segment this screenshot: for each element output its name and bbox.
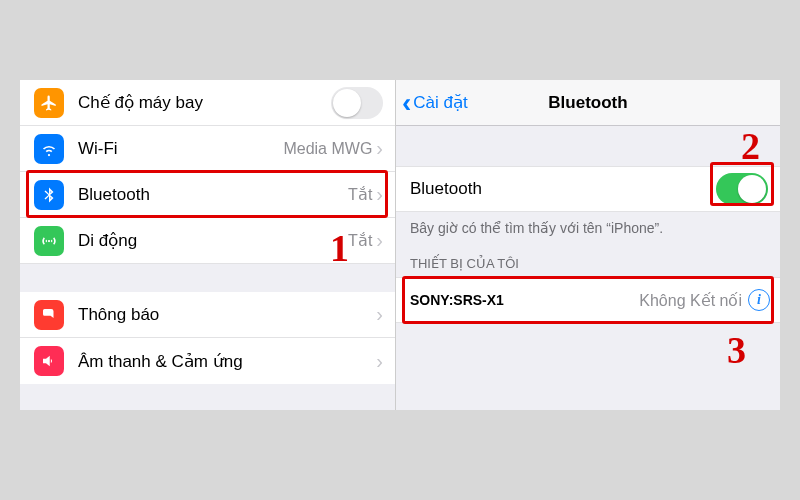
chevron-right-icon: ›: [376, 303, 383, 326]
notifications-icon: [34, 300, 64, 330]
tutorial-composite: Chế độ máy bay Wi-Fi Media MWG › Bluetoo…: [20, 80, 780, 410]
row-bluetooth[interactable]: Bluetooth Tắt ›: [20, 172, 395, 218]
row-label: Chế độ máy bay: [78, 92, 331, 113]
settings-group-connectivity: Chế độ máy bay Wi-Fi Media MWG › Bluetoo…: [20, 80, 395, 264]
info-icon[interactable]: i: [748, 289, 770, 311]
row-notifications[interactable]: Thông báo ›: [20, 292, 395, 338]
bluetooth-detail-pane: ‹ Cài đặt Bluetooth Bluetooth Bây giờ có…: [396, 80, 780, 410]
row-label: Âm thanh & Cảm ứng: [78, 351, 376, 372]
wifi-icon: [34, 134, 64, 164]
row-bluetooth-master-toggle[interactable]: Bluetooth: [396, 166, 780, 212]
row-detail: Tắt: [348, 231, 372, 250]
cellular-icon: [34, 226, 64, 256]
settings-list-pane: Chế độ máy bay Wi-Fi Media MWG › Bluetoo…: [20, 80, 396, 410]
navbar: ‹ Cài đặt Bluetooth: [396, 80, 780, 126]
row-label: Di động: [78, 230, 348, 251]
device-row[interactable]: SONY:SRS-X1 Không Kết nối i: [396, 277, 780, 323]
bluetooth-body: Bluetooth Bây giờ có thể tìm thấy với tê…: [396, 126, 780, 323]
row-sounds[interactable]: Âm thanh & Cảm ứng ›: [20, 338, 395, 384]
row-label: Wi-Fi: [78, 139, 283, 159]
airplane-toggle[interactable]: [331, 87, 383, 119]
row-label: Bluetooth: [78, 185, 348, 205]
discoverable-hint: Bây giờ có thể tìm thấy với tên “iPhone”…: [396, 212, 780, 240]
bluetooth-toggle[interactable]: [716, 173, 768, 205]
device-name: SONY:SRS-X1: [410, 292, 639, 308]
row-label: Thông báo: [78, 305, 376, 325]
row-wifi[interactable]: Wi-Fi Media MWG ›: [20, 126, 395, 172]
settings-group-alerts: Thông báo › Âm thanh & Cảm ứng ›: [20, 292, 395, 384]
device-status: Không Kết nối: [639, 291, 742, 310]
chevron-right-icon: ›: [376, 137, 383, 160]
row-label: Bluetooth: [410, 179, 716, 199]
row-detail: Tắt: [348, 185, 372, 204]
row-airplane-mode[interactable]: Chế độ máy bay: [20, 80, 395, 126]
airplane-icon: [34, 88, 64, 118]
row-detail: Media MWG: [283, 140, 372, 158]
step-number-3: 3: [727, 328, 746, 372]
row-cellular[interactable]: Di động Tắt ›: [20, 218, 395, 264]
bluetooth-icon: [34, 180, 64, 210]
page-title: Bluetooth: [396, 93, 780, 113]
sounds-icon: [34, 346, 64, 376]
my-devices-header: THIẾT BỊ CỦA TÔI: [396, 240, 780, 277]
chevron-right-icon: ›: [376, 183, 383, 206]
chevron-right-icon: ›: [376, 229, 383, 252]
chevron-right-icon: ›: [376, 350, 383, 373]
